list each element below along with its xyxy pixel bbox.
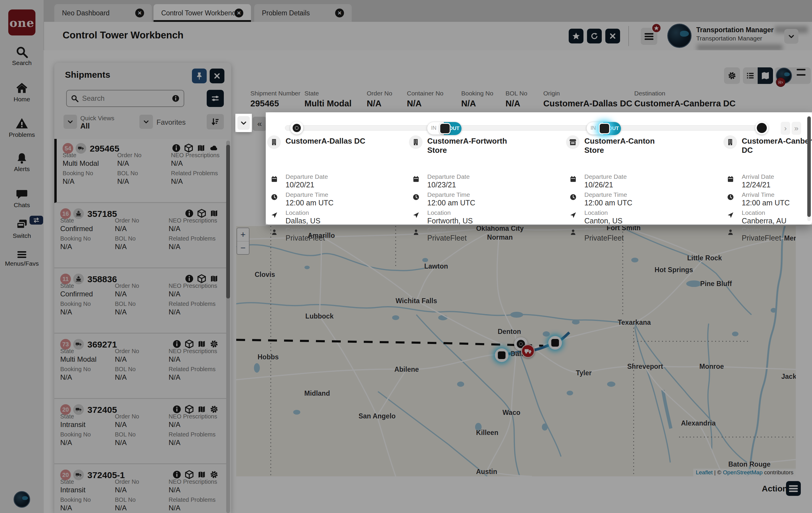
one-logo[interactable]: one bbox=[8, 9, 35, 35]
attribution-separator: | © bbox=[713, 469, 723, 476]
location-arrow-icon bbox=[727, 212, 734, 219]
shipment-card[interactable]: 16357185StateConfirmedOrder NoN/ANEO Pre… bbox=[54, 204, 227, 268]
timeline-first-button[interactable]: « bbox=[253, 117, 266, 131]
info-icon[interactable] bbox=[172, 470, 181, 479]
cloud-icon[interactable] bbox=[209, 144, 219, 153]
chat-bubble-icon bbox=[16, 188, 28, 200]
sidebar-item-problems[interactable]: Problems bbox=[0, 117, 44, 138]
close-panel-button[interactable] bbox=[210, 69, 224, 83]
sidebar-item-home[interactable]: Home bbox=[0, 82, 44, 103]
map-icon[interactable] bbox=[210, 274, 219, 283]
shipment-card[interactable]: 20372405StateIntransitOrder NoN/ANEO Pre… bbox=[54, 400, 227, 464]
sort-button[interactable] bbox=[207, 114, 224, 130]
timeline-next-button[interactable]: › bbox=[781, 122, 790, 135]
gear-icon[interactable] bbox=[210, 405, 219, 414]
map-icon[interactable] bbox=[197, 340, 206, 348]
field-label: Booking No bbox=[60, 300, 115, 307]
timeline-stop-marker-canberra[interactable] bbox=[755, 122, 768, 134]
timeline-in-out-toggle-canton[interactable]: IN OUT bbox=[586, 122, 621, 135]
favorites-dropdown-button[interactable] bbox=[139, 115, 153, 129]
map-view-button[interactable] bbox=[758, 68, 773, 84]
list-view-button[interactable] bbox=[743, 68, 758, 84]
map-icon[interactable] bbox=[197, 470, 206, 479]
info-icon[interactable] bbox=[172, 405, 181, 414]
leaflet-link[interactable]: Leaflet bbox=[696, 469, 713, 476]
package-icon[interactable] bbox=[197, 274, 206, 283]
sidebar-item-menus-favs[interactable]: Menus/Favs bbox=[0, 251, 44, 267]
popup-scrollbar-thumb[interactable] bbox=[807, 116, 811, 217]
package-icon[interactable] bbox=[197, 209, 206, 218]
map-icon[interactable] bbox=[197, 405, 206, 414]
package-icon[interactable] bbox=[185, 340, 194, 348]
shipment-card[interactable]: 11358836StateConfirmedOrder NoN/ANEO Pre… bbox=[54, 270, 227, 334]
field-label: Booking No bbox=[461, 90, 493, 97]
search-icon bbox=[16, 46, 28, 58]
field-label: NEO Prescriptions bbox=[169, 479, 228, 485]
timeline-last-button[interactable]: » bbox=[792, 122, 801, 135]
field-value: 295465 bbox=[251, 99, 300, 108]
sidebar-item-switch[interactable]: Switch bbox=[0, 218, 44, 239]
sidebar-item-chats[interactable]: Chats bbox=[0, 188, 44, 209]
field-value: N/A bbox=[117, 159, 171, 167]
package-icon[interactable] bbox=[185, 405, 194, 414]
quick-views-dropdown-button[interactable] bbox=[63, 115, 77, 129]
clear-search-icon[interactable] bbox=[172, 94, 179, 102]
zoom-in-button[interactable]: + bbox=[237, 228, 249, 241]
timeline-collapse-button[interactable] bbox=[237, 116, 250, 130]
map-city-label: Clovis bbox=[255, 271, 275, 279]
actions-menu-button[interactable] bbox=[786, 481, 801, 496]
package-icon[interactable] bbox=[185, 470, 194, 479]
toggle-knob[interactable] bbox=[439, 123, 451, 134]
shipments-scrollbar-thumb[interactable] bbox=[226, 145, 230, 298]
tab-neo-dashboard[interactable]: Neo Dashboard ✕ bbox=[54, 4, 152, 22]
filter-button[interactable] bbox=[207, 90, 224, 107]
tab-control-tower-workbench[interactable]: Control Tower Workbench ✕ bbox=[153, 4, 251, 22]
map-current-position-truck-marker[interactable] bbox=[521, 344, 535, 358]
stop-field-label: Carrier bbox=[584, 226, 603, 234]
shipment-map[interactable]: Oklahoma CityNormanFort SmithMerAmarillo… bbox=[236, 226, 796, 476]
sidebar-item-search[interactable]: Search bbox=[0, 46, 44, 66]
gear-icon[interactable] bbox=[210, 340, 219, 348]
package-icon[interactable] bbox=[184, 144, 193, 153]
sidebar-user-avatar[interactable] bbox=[13, 491, 30, 508]
detail-settings-button[interactable] bbox=[724, 68, 740, 84]
field-value: N/A bbox=[367, 99, 392, 108]
stop-field-value: PrivateFleet bbox=[286, 234, 325, 242]
tab-close-icon[interactable]: ✕ bbox=[335, 8, 344, 18]
info-icon[interactable] bbox=[185, 274, 194, 283]
sidebar-item-alerts[interactable]: Alerts bbox=[0, 152, 44, 172]
shipment-card[interactable]: 20372405-1StateIntransitOrder NoN/ANEO P… bbox=[54, 465, 227, 513]
shipment-card[interactable]: 54295465StateMulti ModalOrder NoN/ANEO P… bbox=[54, 139, 227, 203]
map-icon[interactable] bbox=[210, 209, 219, 218]
info-icon[interactable] bbox=[172, 340, 181, 348]
map-stop-marker-fortworth[interactable] bbox=[495, 348, 509, 362]
stop-name: CustomerA-Canberra DC bbox=[742, 137, 812, 155]
shipments-search-input[interactable] bbox=[82, 94, 168, 103]
zoom-out-button[interactable]: − bbox=[237, 241, 249, 254]
swap-arrows-badge[interactable] bbox=[30, 216, 43, 224]
close-page-button[interactable] bbox=[605, 29, 620, 44]
pin-panel-button[interactable] bbox=[192, 69, 207, 83]
map-icon[interactable] bbox=[197, 144, 205, 153]
info-icon[interactable] bbox=[185, 209, 194, 218]
toggle-knob-highlighted[interactable] bbox=[599, 123, 610, 134]
map-city-label: Wichita Falls bbox=[396, 297, 437, 305]
info-icon[interactable] bbox=[172, 144, 181, 153]
tab-close-icon[interactable]: ✕ bbox=[135, 8, 144, 18]
clock-icon bbox=[412, 194, 419, 201]
field-value: Intransit bbox=[60, 421, 115, 429]
user-menu-dropdown-button[interactable] bbox=[784, 29, 799, 44]
gear-icon[interactable] bbox=[210, 470, 219, 479]
favorite-page-button[interactable] bbox=[569, 29, 583, 44]
user-avatar[interactable] bbox=[667, 24, 692, 48]
tab-problem-details[interactable]: Problem Details ✕ bbox=[254, 4, 352, 22]
stop-field-value: 12:00 am UTC bbox=[742, 198, 790, 207]
osm-link[interactable]: OpenStreetMap bbox=[723, 469, 762, 476]
timeline-in-out-toggle-fortworth[interactable]: IN OUT bbox=[427, 122, 462, 135]
refresh-page-button[interactable] bbox=[587, 29, 602, 44]
tab-close-icon[interactable]: ✕ bbox=[234, 8, 243, 18]
shipment-card[interactable]: 73369271StateMulti ModalOrder NoN/ANEO P… bbox=[54, 335, 227, 399]
timeline-stop-marker-dallas[interactable] bbox=[290, 122, 303, 134]
bell-icon bbox=[16, 152, 28, 164]
map-stop-marker-canton[interactable] bbox=[548, 336, 562, 350]
